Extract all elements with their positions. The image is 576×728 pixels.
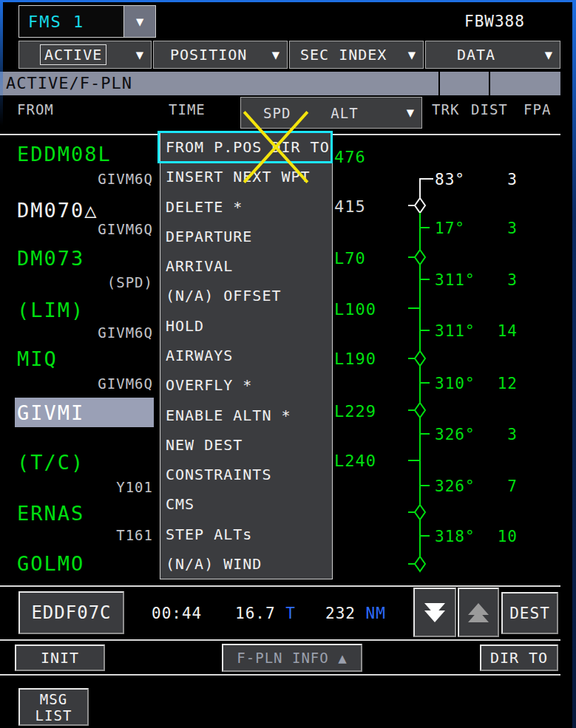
- tab-data[interactable]: DATA ▼: [425, 41, 560, 69]
- fms-source-arrow-box[interactable]: ▼: [123, 6, 155, 37]
- leg-trk: 310°: [435, 375, 475, 392]
- page-title: ACTIVE/F-PLN: [6, 74, 132, 92]
- alt-value: L240: [334, 452, 376, 470]
- chevron-down-icon: ▼: [136, 49, 143, 61]
- waypoint-dm070[interactable]: DM070△: [17, 199, 98, 222]
- menu-item-hold[interactable]: HOLD: [160, 311, 332, 341]
- via-label: GIVM6Q: [16, 171, 153, 187]
- leg-trk: 318°: [435, 528, 475, 545]
- tab-position-label: POSITION: [170, 46, 247, 64]
- chevron-down-icon: ▼: [408, 49, 416, 61]
- fms-source-label: FMS 1: [19, 13, 123, 31]
- menu-item-constraints[interactable]: CONSTRAINTS: [160, 460, 332, 489]
- tab-position[interactable]: POSITION ▼: [153, 41, 288, 69]
- fpln-info-label: F-PLN INFO ▲: [237, 650, 347, 666]
- dest-fuel: 16.7 T: [235, 605, 296, 622]
- flight-path-graphic: [399, 135, 444, 579]
- via-label: Y101: [16, 479, 153, 495]
- alt-value: 476: [334, 148, 366, 166]
- dest-page-button[interactable]: DEST: [501, 592, 558, 634]
- page-title-bar: ACTIVE/F-PLN: [0, 72, 560, 95]
- scroll-down-button[interactable]: [413, 588, 456, 637]
- leg-trk: 311°: [435, 271, 475, 289]
- waypoint-eddm08l[interactable]: EDDM08L: [17, 143, 112, 166]
- tab-data-label: DATA: [457, 46, 495, 64]
- alt-value: L70: [334, 249, 366, 268]
- menu-item-wind: (N/A) WIND: [160, 549, 332, 579]
- waypoint-dm073[interactable]: DM073: [17, 247, 84, 270]
- dest-distance: 232 NM: [325, 605, 386, 622]
- col-header-dist: DIST: [471, 101, 508, 118]
- chevron-down-icon: ▼: [136, 16, 143, 28]
- chevron-down-icon: ▼: [407, 106, 414, 119]
- via-label: GIVM6Q: [16, 375, 153, 392]
- leg-trk: 83°: [435, 171, 465, 188]
- menu-item-overfly[interactable]: OVERFLY *: [160, 370, 332, 400]
- dest-fuel-unit: T: [285, 605, 296, 622]
- via-label: T161: [16, 527, 153, 543]
- divider: [0, 674, 560, 676]
- waypoint-toc[interactable]: (T/C): [17, 451, 84, 474]
- leg-trk: 17°: [435, 220, 465, 237]
- msg-list-label-line1: MSG: [40, 691, 67, 707]
- waypoint-givmi: GIVMI: [17, 401, 84, 424]
- menu-item-departure[interactable]: DEPARTURE: [160, 222, 332, 251]
- scroll-up-button[interactable]: [458, 588, 499, 637]
- dir-to-button[interactable]: DIR TO: [480, 644, 558, 671]
- destination-button[interactable]: EDDF07C: [18, 591, 124, 634]
- double-arrow-up-icon: [468, 610, 489, 622]
- msg-list-label-line2: LIST: [35, 707, 72, 724]
- menu-item-cms[interactable]: CMS: [160, 489, 332, 519]
- leg-dist: 7: [473, 477, 518, 495]
- chevron-down-icon: ▼: [545, 49, 552, 61]
- via-label: GIVM6Q: [16, 324, 153, 341]
- alt-value: L190: [334, 350, 376, 368]
- divider: [0, 639, 560, 641]
- waypoint-ernas[interactable]: ERNAS: [17, 502, 84, 525]
- tab-sec-index-label: SEC INDEX: [300, 46, 387, 64]
- tab-active[interactable]: ACTIVE ▼: [18, 41, 152, 69]
- screen-border-left: [0, 0, 3, 126]
- leg-dist: 3: [473, 271, 518, 289]
- waypoint-lim[interactable]: (LIM): [17, 299, 84, 322]
- dest-time: 00:44: [152, 605, 202, 622]
- msg-list-button[interactable]: MSG LIST: [18, 688, 89, 726]
- leg-dist: 14: [473, 322, 518, 340]
- leg-dist: 10: [473, 528, 518, 545]
- leg-dist: 3: [473, 220, 518, 237]
- col-header-trk: TRK: [432, 101, 459, 118]
- double-arrow-down-icon: [424, 610, 445, 622]
- menu-item-airways[interactable]: AIRWAYS: [160, 341, 332, 370]
- menu-item-new-dest[interactable]: NEW DEST: [160, 430, 332, 460]
- screen-border-right: [572, 0, 576, 728]
- waypoint-givmi-selected-row[interactable]: GIVMI: [15, 398, 154, 427]
- alt-value: L229: [334, 402, 376, 421]
- dest-fuel-value: 16.7: [235, 605, 276, 622]
- menu-item-arrival: ARRIVAL: [160, 251, 332, 281]
- via-label: (SPD): [16, 274, 153, 290]
- fms-mfd-screen: FMS 1 ▼ FBW388 ACTIVE ▼ POSITION ▼ SEC I…: [0, 0, 576, 728]
- menu-item-delete[interactable]: DELETE *: [160, 192, 332, 222]
- alt-value: L100: [334, 300, 376, 319]
- col-header-from: FROM: [17, 101, 54, 118]
- divider: [0, 585, 560, 587]
- menu-item-enable-altn[interactable]: ENABLE ALTN *: [160, 400, 332, 429]
- tab-sec-index[interactable]: SEC INDEX ▼: [289, 41, 424, 69]
- init-button[interactable]: INIT: [15, 644, 105, 671]
- dir-to-label: DIR TO: [490, 649, 548, 667]
- leg-dist: 3: [473, 426, 518, 443]
- menu-item-offset: (N/A) OFFSET: [160, 281, 332, 310]
- col-header-time: TIME: [169, 101, 206, 118]
- leg-dist: 3: [473, 171, 518, 188]
- title-bar-divider: [489, 72, 490, 95]
- waypoint-golmo[interactable]: GOLMO: [17, 552, 84, 575]
- title-bar-divider: [438, 72, 440, 95]
- spd-alt-column-dropdown[interactable]: SPD ALT ▼: [240, 97, 422, 129]
- fpln-info-button[interactable]: F-PLN INFO ▲: [222, 644, 362, 672]
- fms-source-dropdown[interactable]: FMS 1 ▼: [18, 5, 156, 38]
- dest-dist-unit: NM: [366, 605, 386, 622]
- context-menu: FROM P.POS DIR TO INSERT NEXT WPT DELETE…: [160, 132, 333, 579]
- col-header-fpa: FPA: [524, 101, 551, 118]
- waypoint-miq[interactable]: MIQ: [17, 347, 58, 370]
- menu-item-step-alts[interactable]: STEP ALTs: [160, 519, 332, 548]
